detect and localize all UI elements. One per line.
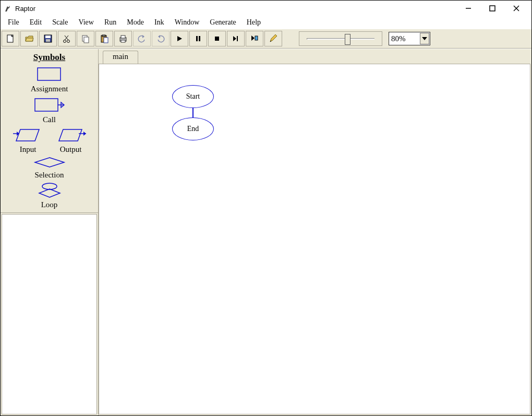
zoom-select[interactable]: 80% [389, 32, 430, 45]
menu-scale[interactable]: Scale [47, 17, 73, 28]
symbol-input[interactable]: Input [12, 126, 44, 154]
workarea: Symbols Assignment Call [1, 49, 531, 415]
redo-button[interactable] [152, 31, 170, 46]
save-button[interactable] [39, 31, 57, 46]
flow-end-label: End [187, 125, 199, 133]
sidebar: Symbols Assignment Call [1, 49, 99, 415]
svg-marker-20 [142, 35, 144, 38]
svg-rect-24 [199, 36, 200, 41]
step-into-button[interactable] [246, 31, 263, 46]
symbol-assignment-label: Assignment [31, 85, 68, 93]
svg-rect-29 [255, 36, 258, 40]
tab-bar: main [99, 49, 531, 64]
menu-run[interactable]: Run [99, 17, 122, 28]
svg-rect-1 [490, 6, 495, 11]
symbol-loop[interactable]: Loop [31, 182, 68, 209]
symbol-input-label: Input [20, 145, 37, 154]
symbol-selection[interactable]: Selection [31, 156, 68, 180]
play-button[interactable] [171, 31, 188, 46]
titlebar: Raptor [1, 1, 531, 16]
undo-button[interactable] [133, 31, 151, 46]
svg-rect-25 [215, 37, 219, 41]
speed-slider[interactable] [299, 31, 382, 46]
svg-marker-36 [16, 129, 39, 141]
open-button[interactable] [20, 31, 38, 46]
menu-view[interactable]: View [73, 17, 99, 28]
symbol-loop-label: Loop [41, 200, 58, 209]
menu-ink[interactable]: Ink [149, 17, 170, 28]
menu-edit[interactable]: Edit [25, 17, 47, 28]
svg-point-11 [67, 40, 70, 43]
stop-button[interactable] [208, 31, 226, 46]
symbols-panel: Symbols Assignment Call [1, 49, 98, 213]
svg-point-10 [64, 40, 66, 43]
svg-rect-23 [196, 36, 198, 41]
step-button[interactable] [227, 31, 245, 46]
minimize-button[interactable] [456, 1, 480, 16]
tab-main[interactable]: main [103, 51, 138, 64]
flow-start-node[interactable]: Start [172, 85, 214, 108]
menu-file[interactable]: File [3, 17, 25, 28]
cut-button[interactable] [58, 31, 76, 46]
menu-generate[interactable]: Generate [204, 17, 241, 28]
flowchart-canvas[interactable]: Start End [99, 64, 530, 414]
svg-marker-28 [251, 35, 255, 41]
toolbar: 80% [1, 29, 531, 49]
svg-rect-7 [46, 39, 50, 42]
watch-panel [2, 214, 97, 414]
svg-marker-31 [422, 37, 427, 40]
flow-start-label: Start [186, 92, 200, 101]
slider-thumb[interactable] [345, 34, 350, 45]
svg-rect-33 [35, 99, 58, 111]
pause-button[interactable] [189, 31, 207, 46]
pen-button[interactable] [264, 31, 282, 46]
menu-window[interactable]: Window [170, 17, 205, 28]
symbol-output-label: Output [60, 145, 82, 154]
new-button[interactable] [2, 31, 19, 46]
svg-rect-32 [38, 68, 61, 80]
svg-rect-6 [45, 35, 51, 38]
svg-marker-21 [158, 35, 160, 38]
zoom-value: 80% [389, 34, 420, 43]
close-button[interactable] [504, 1, 528, 16]
svg-marker-39 [59, 129, 82, 141]
copy-button[interactable] [77, 31, 94, 46]
svg-rect-27 [237, 36, 238, 41]
maximize-button[interactable] [480, 1, 504, 16]
svg-marker-44 [39, 189, 60, 197]
svg-marker-26 [233, 36, 236, 41]
svg-rect-16 [104, 38, 108, 43]
chevron-down-icon[interactable] [420, 33, 429, 44]
symbol-selection-label: Selection [35, 171, 64, 180]
svg-marker-42 [35, 158, 64, 167]
app-icon [4, 4, 12, 13]
symbol-output[interactable]: Output [55, 126, 87, 154]
svg-rect-13 [84, 37, 89, 43]
svg-marker-41 [83, 132, 86, 136]
svg-rect-19 [121, 40, 125, 42]
flow-connector [192, 108, 194, 117]
symbol-call-label: Call [43, 115, 56, 124]
symbol-assignment[interactable]: Assignment [31, 65, 68, 93]
symbols-title: Symbols [1, 52, 98, 63]
menu-help[interactable]: Help [241, 17, 266, 28]
menubar: File Edit Scale View Run Mode Ink Window… [1, 16, 531, 29]
print-button[interactable] [114, 31, 132, 46]
main-area: main Start End [99, 49, 531, 415]
svg-rect-15 [102, 35, 105, 37]
svg-rect-18 [121, 35, 125, 38]
menu-mode[interactable]: Mode [122, 17, 149, 28]
flow-end-node[interactable]: End [172, 117, 214, 140]
app-title: Raptor [15, 5, 35, 13]
symbol-call[interactable]: Call [31, 96, 68, 124]
svg-marker-22 [177, 36, 182, 41]
paste-button[interactable] [95, 31, 113, 46]
